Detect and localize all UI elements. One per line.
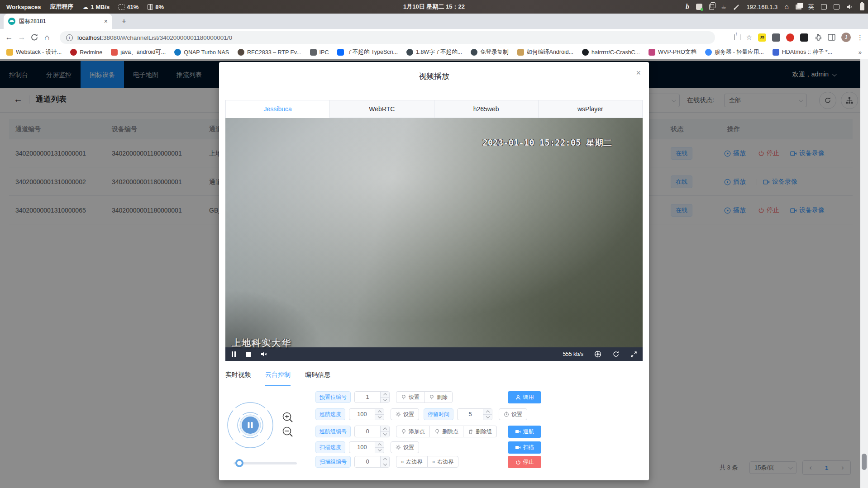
delete-point-button[interactable]: 删除点: [429, 426, 463, 437]
left-boundary-button[interactable]: « 左边界: [396, 456, 428, 468]
cruise-speed-input[interactable]: 100: [349, 408, 384, 420]
bookmark-item[interactable]: hairrrrr/C-CrashC...: [582, 49, 640, 56]
bookmark-item[interactable]: java、android可...: [111, 48, 166, 56]
fullscreen-icon[interactable]: [630, 351, 637, 358]
battery-icon[interactable]: [860, 3, 864, 10]
spinner-up-icon[interactable]: [381, 392, 389, 398]
home-tray-icon[interactable]: ⌂: [784, 3, 789, 11]
zoom-out-button[interactable]: [281, 426, 294, 438]
bookmark-item[interactable]: 服务器 - 轻量应用...: [705, 48, 764, 56]
bookmarks-overflow-icon[interactable]: »: [858, 49, 862, 56]
pause-button[interactable]: [232, 351, 236, 357]
extension-red-icon[interactable]: [786, 33, 794, 42]
browser-menu-icon[interactable]: ⋮: [857, 33, 863, 42]
ptz-stop-button[interactable]: 停止: [508, 456, 541, 468]
workspaces-tray-icon[interactable]: [796, 5, 801, 9]
bookmark-item[interactable]: WVP-PRO文档: [649, 48, 696, 56]
browser-tab[interactable]: 国标28181 ×: [4, 14, 112, 29]
spinner-up-icon[interactable]: [375, 442, 384, 448]
bookmark-item[interactable]: HDAtmos :: 种子 *...: [773, 48, 832, 56]
back-button[interactable]: ←: [3, 33, 15, 42]
tab-ptz-control[interactable]: 云台控制: [265, 371, 291, 386]
bookmark-item[interactable]: 免登录复制: [471, 48, 509, 56]
pen-tray-icon[interactable]: [733, 4, 740, 10]
zoom-in-button[interactable]: [281, 411, 294, 424]
side-panel-icon[interactable]: [828, 34, 835, 41]
bookmark-item[interactable]: QNAP Turbo NAS: [174, 49, 229, 56]
stop-button[interactable]: [246, 352, 251, 357]
cruise-group-input[interactable]: 0: [354, 426, 390, 437]
workspaces-menu[interactable]: Workspaces: [6, 4, 41, 10]
extension-dark-icon[interactable]: [800, 33, 808, 42]
scan-speed-input[interactable]: 100: [349, 441, 384, 453]
forward-button[interactable]: →: [15, 33, 28, 42]
profile-avatar[interactable]: J: [841, 33, 851, 42]
slider-knob[interactable]: [235, 459, 243, 467]
bookmark-item[interactable]: IPC: [310, 49, 329, 56]
tab-webrtc[interactable]: WebRTC: [330, 100, 434, 118]
notes-tray-icon[interactable]: [696, 4, 702, 10]
scan-speed-set-button[interactable]: 设置: [391, 441, 419, 453]
cruise-speed-set-button[interactable]: 设置: [391, 408, 419, 420]
spinner-down-icon[interactable]: [381, 462, 389, 468]
input-method-indicator[interactable]: 英: [808, 3, 814, 11]
right-boundary-button[interactable]: » 右边界: [427, 456, 459, 468]
volume-icon[interactable]: [846, 4, 853, 10]
spinner-up-icon[interactable]: [381, 456, 389, 462]
bing-tray-icon[interactable]: b: [686, 3, 689, 11]
extension-gray-icon[interactable]: [772, 33, 780, 42]
delete-group-button[interactable]: 删除组: [463, 426, 497, 437]
tab-h265web[interactable]: h265web: [434, 100, 539, 118]
stay-time-input[interactable]: 5: [457, 408, 492, 420]
spinner-down-icon[interactable]: [483, 415, 492, 420]
tab-wsplayer[interactable]: wsPlayer: [539, 100, 642, 118]
add-point-button[interactable]: 添加点: [396, 426, 430, 437]
scan-start-button[interactable]: 扫描: [508, 441, 541, 454]
preset-set-button[interactable]: 设置: [396, 391, 424, 403]
tab-codec-info[interactable]: 编码信息: [305, 371, 330, 386]
clipboard-tray-icon[interactable]: [709, 4, 714, 10]
ptz-direction-pad[interactable]: [227, 402, 274, 449]
bookmark-item[interactable]: 了不起的 TypeScri...: [337, 48, 398, 56]
extension-js-icon[interactable]: JS: [758, 33, 766, 42]
mute-icon[interactable]: [261, 351, 268, 357]
stay-time-set-button[interactable]: 设置: [499, 408, 527, 420]
phone-link-icon[interactable]: [821, 4, 827, 9]
bookmark-item[interactable]: RFC2833 – RTP Ev...: [238, 49, 301, 56]
bookmark-item[interactable]: Redmine: [70, 49, 102, 56]
spinner-down-icon[interactable]: [375, 448, 384, 453]
snapshot-icon[interactable]: [594, 351, 601, 358]
spinner-down-icon[interactable]: [381, 432, 389, 437]
extensions-puzzle-icon[interactable]: [814, 33, 822, 41]
spinner-down-icon[interactable]: [375, 415, 384, 420]
memory-indicator[interactable]: 8%: [148, 4, 164, 10]
tab-close-icon[interactable]: ×: [104, 18, 108, 25]
ip-address[interactable]: 192.168.1.3: [747, 4, 778, 10]
address-bar[interactable]: i localhost:38080/#/channelList/34020000…: [60, 31, 715, 44]
bookmark-item[interactable]: 如何编译Android...: [517, 48, 574, 56]
bookmark-star-icon[interactable]: ☆: [746, 33, 752, 42]
share-icon[interactable]: [734, 34, 740, 40]
applications-menu[interactable]: 应用程序: [50, 3, 73, 11]
refresh-stream-icon[interactable]: [612, 351, 620, 358]
site-info-icon[interactable]: i: [66, 34, 73, 41]
spinner-up-icon[interactable]: [381, 426, 389, 432]
scan-group-input[interactable]: 0: [354, 456, 390, 468]
new-tab-button[interactable]: +: [119, 16, 129, 27]
page-scrollbar[interactable]: [860, 59, 868, 488]
cpu-indicator[interactable]: 41%: [119, 4, 138, 10]
preset-delete-button[interactable]: 删除: [424, 391, 453, 403]
display-icon[interactable]: [834, 4, 839, 9]
spinner-up-icon[interactable]: [375, 409, 384, 415]
bookmark-item[interactable]: 1.8W字了不起的...: [406, 48, 462, 56]
tab-jessibuca[interactable]: Jessibuca: [226, 100, 330, 118]
preset-number-input[interactable]: 1: [354, 391, 390, 403]
reload-button[interactable]: [28, 33, 41, 41]
spinner-down-icon[interactable]: [381, 398, 389, 403]
home-button[interactable]: ⌂: [41, 33, 53, 43]
preset-call-button[interactable]: 调用: [508, 391, 541, 403]
spinner-up-icon[interactable]: [483, 409, 492, 415]
network-speed-indicator[interactable]: ☁ 1 MB/s: [82, 4, 110, 10]
bookmark-item[interactable]: Webstack - 设计...: [6, 48, 62, 56]
dialog-close-icon[interactable]: ×: [636, 68, 641, 78]
